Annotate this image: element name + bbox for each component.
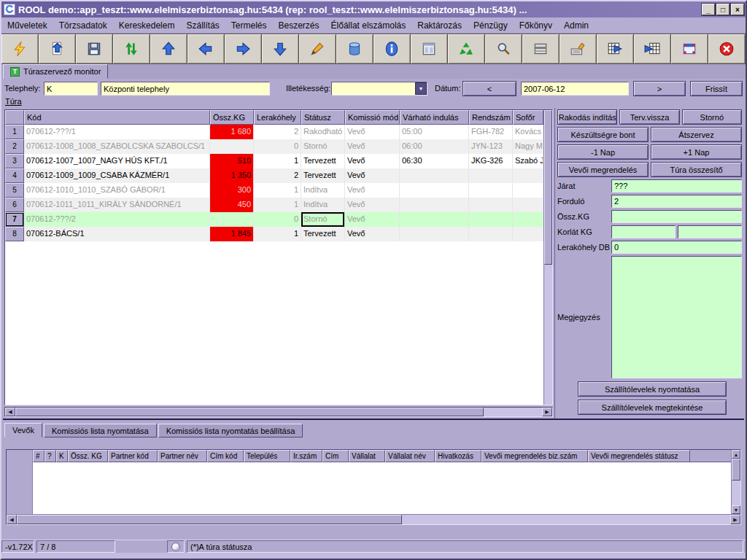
row-number-cell[interactable]: 2 (5, 139, 24, 154)
cell-sofor[interactable] (513, 212, 543, 227)
menu-item-beszerzes[interactable]: Beszerzés (273, 19, 325, 32)
cell-komissio-mod[interactable]: Vevő (345, 125, 400, 139)
action-rakodas-inditas-button[interactable]: Rakodás indítás (557, 109, 617, 125)
cell-komissio-mod[interactable]: Vevő (345, 154, 400, 168)
toolbar-prev-record-button[interactable] (187, 34, 225, 64)
v-scrollbar-thumb[interactable] (544, 110, 552, 265)
cell-varhato-indulas[interactable] (400, 227, 469, 241)
toolbar-save-button[interactable] (75, 34, 113, 64)
cell-komissio-mod[interactable]: Vevő (345, 198, 400, 212)
menu-item-kereskedelem[interactable]: Kereskedelem (113, 19, 181, 32)
cell-ossz-kg[interactable] (210, 139, 254, 154)
bottom-tab-vevok[interactable]: Vevők (4, 423, 42, 438)
table-row[interactable]: 4070612-1009_1009_CSABA KÁZMÉR/11 3502Te… (5, 168, 543, 183)
action-terv-vissza-button[interactable]: Terv.vissza (619, 109, 679, 125)
ossz-kg-field[interactable] (611, 210, 742, 223)
cell-statusz[interactable]: Indítva (301, 183, 345, 198)
cell-kod[interactable]: 070612-1011_1011_KIRÁLY SÁNDORNÉ/1 (24, 198, 210, 212)
cell-rendszam[interactable]: FGH-782 (469, 125, 513, 139)
scroll-right-button[interactable]: ▶ (542, 408, 552, 416)
bottom-column-header-vevoi-megrendeles-statusz[interactable]: Vevői megrendelés státusz (588, 450, 690, 462)
illetekesseg-dropdown[interactable]: ▼ (331, 82, 427, 96)
column-header-kod[interactable]: Kód (24, 110, 210, 125)
telephely-name-input[interactable] (101, 82, 270, 96)
cell-komissio-mod[interactable]: Vevő (345, 168, 400, 183)
cell-lerakohely[interactable]: 2 (254, 168, 301, 183)
bottom-column-header-vallalat[interactable]: Vállalat (349, 450, 385, 462)
bottom-column-header-partner-kod[interactable]: Partner kód (108, 450, 158, 462)
bottom-column-header-cim-kod[interactable]: Cím kód (207, 450, 244, 462)
column-header-sofor[interactable]: Sofőr (513, 110, 543, 125)
cell-varhato-indulas[interactable]: 06:00 (400, 139, 469, 154)
cell-lerakohely[interactable]: 1 (254, 227, 301, 241)
toolbar-last-record-button[interactable] (261, 34, 299, 64)
bottom-v-scrollbar[interactable]: ▲ ▼ (731, 450, 740, 514)
cell-komissio-mod[interactable]: Vevő (345, 183, 400, 198)
menu-item-torzsadatok[interactable]: Törzsadatok (53, 19, 113, 32)
cell-statusz[interactable]: Stornó (301, 139, 345, 154)
bottom-column-header-ossz-kg[interactable]: Össz. KG (68, 450, 108, 462)
action-vevoi-megrendeles-button[interactable]: Vevői megrendelés (557, 162, 649, 177)
bottom-tab-komissios-lista-nyomtatasa[interactable]: Komissiós lista nyomtatása (44, 424, 157, 438)
cell-sofor[interactable]: Kovács (513, 125, 543, 139)
cell-statusz[interactable]: Tervezett (301, 227, 345, 241)
cell-komissio-mod[interactable]: Vevő (345, 227, 400, 241)
action-1-nap-button[interactable]: +1 Nap (651, 144, 742, 160)
toolbar-recycle-button[interactable] (447, 34, 485, 64)
toolbar-next-record-button[interactable] (224, 34, 262, 64)
cell-lerakohely[interactable]: 1 (254, 154, 301, 168)
row-number-cell[interactable]: 5 (5, 183, 24, 198)
menu-item-admin[interactable]: Admin (558, 19, 595, 32)
table-row[interactable]: 7070612-???/20StornóVevő (5, 212, 543, 227)
bottom-scroll-up-button[interactable]: ▲ (732, 450, 740, 459)
cell-rendszam[interactable]: JYN-123 (469, 139, 513, 154)
cell-sofor[interactable] (513, 168, 543, 183)
toolbar-window-panels-button[interactable] (410, 34, 448, 64)
toolbar-exit-button[interactable] (708, 34, 746, 64)
title-bar[interactable]: ROOL demo::app_teszt::www.elelmiszerbizt… (1, 1, 746, 18)
toolbar-keyboard-edit-button[interactable] (559, 34, 597, 64)
korlat-kg-field-2[interactable] (678, 225, 742, 238)
table-row[interactable]: 1070612-???/11 6802RakodhatóVevő05:00FGH… (5, 125, 543, 139)
illetekesseg-input[interactable] (331, 82, 427, 96)
bottom-column-header-k[interactable]: K (56, 450, 68, 462)
cell-rendszam[interactable] (469, 212, 513, 227)
bottom-column-header-col1[interactable]: ? (44, 450, 56, 462)
cell-kod[interactable]: 070612-1007_1007_NAGY HÚS KFT./1 (24, 154, 210, 168)
h-scrollbar-thumb[interactable] (15, 408, 484, 416)
cell-ossz-kg[interactable]: 1 845 (210, 227, 254, 241)
menu-item-fokonyv[interactable]: Főkönyv (514, 19, 558, 32)
cell-varhato-indulas[interactable] (400, 198, 469, 212)
bottom-tab-komissios-lista-nyomtatas-beallitasa[interactable]: Komissiós lista nyomtatás beállítása (158, 424, 303, 438)
cell-rendszam[interactable] (469, 168, 513, 183)
bottom-column-header-partner-nev[interactable]: Partner név (158, 450, 207, 462)
action-storno-button[interactable]: Stornó (682, 109, 742, 125)
telephely-code-input[interactable] (44, 82, 98, 96)
row-number-cell[interactable]: 7 (5, 212, 24, 227)
toolbar-info-button[interactable] (373, 34, 411, 64)
bottom-column-header-telepules[interactable]: Település (244, 450, 290, 462)
toolbar-grid-import-button[interactable] (633, 34, 671, 64)
table-row[interactable]: 8070612-BÁCS/11 8451TervezettVevő (5, 227, 543, 241)
row-number-cell[interactable]: 6 (5, 198, 24, 212)
toolbar-search-button[interactable] (484, 34, 522, 64)
bottom-column-header-vallalat-nev[interactable]: Vállalat név (385, 450, 435, 462)
toolbar-run-lightning-button[interactable] (1, 34, 39, 64)
bottom-scroll-down-button[interactable]: ▼ (732, 505, 740, 514)
cell-varhato-indulas[interactable] (400, 183, 469, 198)
cell-ossz-kg[interactable]: 510 (210, 154, 254, 168)
row-number-cell[interactable]: 4 (5, 168, 24, 183)
table-row[interactable]: 5070612-1010_1010_SZABÓ GÁBOR/13001Indít… (5, 183, 543, 198)
jarat-field[interactable] (611, 179, 742, 192)
table-row[interactable]: 2070612-1008_1008_SZABOLCSKA SZABOLCS/10… (5, 139, 543, 154)
cell-rendszam[interactable] (469, 198, 513, 212)
minimize-button[interactable]: _ (702, 4, 715, 15)
toolbar-refresh-updown-button[interactable] (112, 34, 150, 64)
toolbar-first-record-button[interactable] (150, 34, 187, 64)
tab-turaszervezo-monitor[interactable]: T Túraszervező monitor (3, 64, 108, 79)
restore-button[interactable]: □ (716, 4, 729, 15)
row-number-cell[interactable]: 1 (5, 125, 24, 139)
cell-kod[interactable]: 070612-1009_1009_CSABA KÁZMÉR/1 (24, 168, 210, 183)
scroll-left-button[interactable]: ◀ (5, 408, 15, 416)
cell-komissio-mod[interactable]: Vevő (345, 212, 400, 227)
